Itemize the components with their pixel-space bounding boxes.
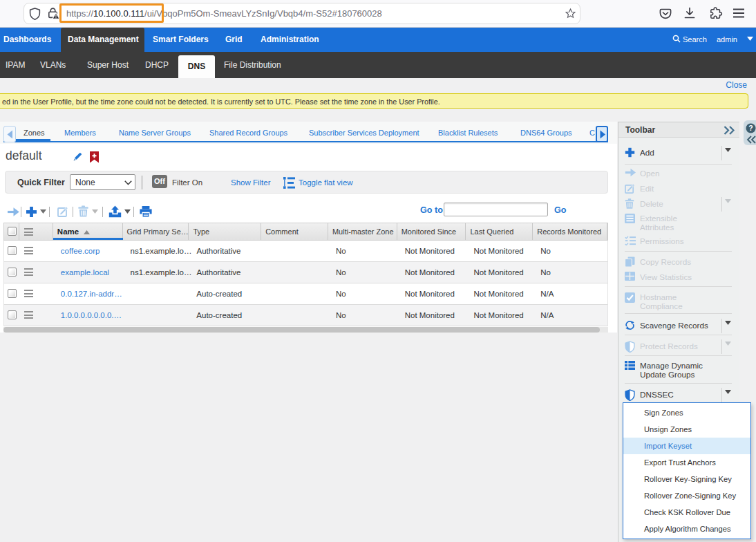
primary-nav-grid[interactable]: Grid — [225, 28, 243, 52]
table-row[interactable]: example.localns1.example.lo…Authoritativ… — [3, 262, 608, 283]
secondary-nav-file-distribution[interactable]: File Distribution — [224, 52, 281, 78]
column-header-grid-primary-se-[interactable]: Grid Primary Se… — [123, 223, 189, 240]
user-caret-icon[interactable] — [747, 28, 753, 52]
menu-item-check-ksk-rollover-due[interactable]: Check KSK Rollover Due — [623, 504, 750, 521]
secondary-nav-dhcp[interactable]: DHCP — [145, 52, 169, 78]
delete-icon[interactable] — [78, 205, 88, 217]
bookmark-star-icon[interactable] — [565, 8, 576, 19]
row-menu-icon[interactable] — [24, 268, 33, 276]
menu-item-import-keyset[interactable]: Import Keyset — [623, 438, 750, 454]
flat-view-icon[interactable] — [283, 177, 295, 189]
column-header-last-queried[interactable]: Last Queried — [466, 223, 533, 240]
tab-members[interactable]: Members — [64, 129, 96, 137]
print-icon[interactable] — [140, 206, 152, 217]
tab-dns64-groups[interactable]: DNS64 Groups — [520, 129, 572, 137]
menu-item-sign-zones[interactable]: Sign Zones — [623, 404, 750, 421]
table-row[interactable]: 0.0.127.in-addr…Auto-createdNoNot Monito… — [3, 283, 608, 305]
add-icon[interactable] — [26, 206, 37, 218]
tabs-scroll-left-button[interactable] — [3, 126, 16, 142]
primary-nav-data-management[interactable]: Data Management — [68, 28, 139, 52]
show-filter-link[interactable]: Show Filter — [231, 178, 271, 187]
search-icon[interactable] — [672, 28, 681, 52]
collapse-panel-icon[interactable] — [746, 136, 756, 144]
cell-name[interactable]: coffee.corp — [53, 241, 123, 261]
table-row[interactable]: coffee.corpns1.example.lo…AuthoritativeN… — [3, 241, 608, 262]
close-link[interactable]: Close — [726, 80, 747, 90]
cell-records-monitored: N/A — [533, 283, 607, 304]
table-row[interactable]: 1.0.0.0.0.0.0.0.…Auto-createdNoNot Monit… — [3, 305, 608, 326]
panel-expand-icon[interactable] — [724, 126, 735, 135]
goto-input[interactable] — [444, 203, 548, 216]
row-checkbox[interactable] — [8, 310, 17, 319]
menu-item-unsign-zones[interactable]: Unsign Zones — [623, 421, 750, 438]
secondary-nav-vlans[interactable]: VLANs — [40, 52, 66, 78]
secondary-nav-ipam[interactable]: IPAM — [6, 52, 25, 78]
secondary-nav-super-host[interactable]: Super Host — [87, 52, 129, 78]
cell-name[interactable]: example.local — [53, 262, 123, 283]
lock-warning-icon[interactable] — [48, 7, 60, 19]
toggle-flat-view-link[interactable]: Toggle flat view — [299, 178, 353, 187]
goto-button[interactable]: Go — [554, 205, 567, 215]
extensions-puzzle-icon[interactable] — [709, 6, 723, 20]
row-checkbox[interactable] — [8, 246, 17, 255]
panel-separator — [625, 251, 732, 252]
export-icon[interactable] — [108, 205, 122, 218]
select-all-checkbox[interactable] — [8, 227, 17, 236]
downloads-icon[interactable] — [683, 6, 697, 20]
infoblox-dns-zones-page: https://10.100.0.111/ui/VbqoPm5Om-SmeavL… — [0, 0, 756, 542]
tab-shared-record-groups[interactable]: Shared Record Groups — [209, 129, 287, 137]
tracking-shield-icon[interactable] — [29, 8, 41, 20]
cell-comment — [261, 305, 328, 326]
edit-icon[interactable] — [57, 206, 68, 217]
menu-item-apply-algorithm-changes[interactable]: Apply Algorithm Changes — [623, 521, 750, 537]
row-checkbox[interactable] — [8, 289, 17, 298]
row-menu-icon[interactable] — [24, 290, 33, 297]
tab-zones[interactable]: Zones — [23, 129, 45, 137]
primary-nav-smart-folders[interactable]: Smart Folders — [153, 28, 209, 52]
row-checkbox[interactable] — [8, 268, 17, 277]
add-caret-icon[interactable] — [40, 209, 46, 214]
quick-filter-select[interactable]: None — [70, 174, 135, 190]
help-icon[interactable]: ? — [746, 123, 756, 133]
panel-item-label: Edit — [640, 184, 654, 193]
bookmark-add-icon[interactable] — [90, 151, 99, 163]
primary-nav-dashboards[interactable]: Dashboards — [3, 28, 51, 52]
tab-c[interactable]: C — [589, 129, 595, 137]
tab-subscriber-services-deployment[interactable]: Subscriber Services Deployment — [309, 129, 419, 137]
user-menu[interactable]: admin — [717, 28, 737, 52]
edit-title-icon[interactable] — [71, 151, 83, 163]
quick-filter-bar: Quick Filter None Off Filter On Show Fil… — [5, 171, 608, 194]
row-menu-icon[interactable] — [24, 311, 33, 319]
cell-name[interactable]: 1.0.0.0.0.0.0.0.… — [53, 305, 123, 326]
tab-blacklist-rulesets[interactable]: Blacklist Rulesets — [438, 129, 498, 137]
table-horizontal-scrollbar[interactable] — [3, 327, 608, 333]
go-forward-icon[interactable] — [7, 207, 20, 217]
scrollbar-thumb[interactable] — [3, 327, 600, 333]
secondary-nav-dns[interactable]: DNS — [178, 55, 215, 78]
export-caret-icon[interactable] — [124, 209, 131, 214]
column-header-label: Type — [193, 227, 209, 236]
column-header-type[interactable]: Type — [189, 223, 261, 240]
delete-caret-icon[interactable] — [92, 209, 98, 214]
column-header-multi-master-zone[interactable]: Multi-master Zone — [328, 223, 397, 240]
tab-name-server-groups[interactable]: Name Server Groups — [119, 129, 191, 137]
grid-table-icon — [625, 361, 635, 370]
browser-menu-icon[interactable] — [733, 8, 745, 18]
primary-nav-administration[interactable]: Administration — [261, 28, 319, 52]
column-header-records-monitored[interactable]: Records Monitored — [533, 223, 607, 240]
column-header-comment[interactable]: Comment — [261, 223, 328, 240]
tabs-scroll-right-button[interactable] — [596, 126, 608, 142]
filter-toggle-button[interactable]: Off — [152, 175, 167, 188]
column-header-label: Records Monitored — [537, 227, 601, 236]
row-menu-icon[interactable] — [24, 247, 33, 254]
pocket-icon[interactable] — [659, 6, 672, 20]
menu-item-rollover-key-signing-key[interactable]: Rollover Key-Signing Key — [623, 471, 750, 487]
cell-name[interactable]: 0.0.127.in-addr… — [53, 283, 123, 304]
menu-item-rollover-zone-signing-key[interactable]: Rollover Zone-Signing Key — [623, 487, 750, 504]
column-menu-icon[interactable] — [24, 228, 33, 236]
menu-item-export-trust-anchors[interactable]: Export Trust Anchors — [623, 454, 750, 471]
toolbar-separator — [73, 207, 73, 217]
column-header-monitored-since[interactable]: Monitored Since — [397, 223, 466, 240]
search-link[interactable]: Search — [683, 28, 707, 52]
toolbar-panel-title: Toolbar — [625, 125, 655, 135]
